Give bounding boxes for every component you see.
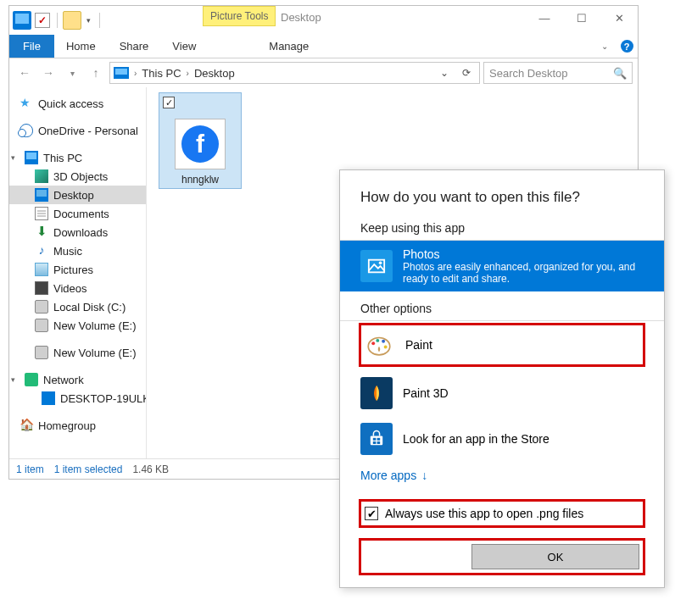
- nav-desktop[interactable]: Desktop: [9, 186, 146, 204]
- svg-point-3: [371, 341, 375, 345]
- paint-icon: [363, 329, 395, 361]
- nav-documents[interactable]: Documents: [9, 204, 146, 223]
- maximize-button[interactable]: ☐: [563, 6, 600, 30]
- search-icon[interactable]: 🔍: [613, 67, 627, 80]
- store-app-name: Look for an app in the Store: [403, 432, 549, 446]
- nav-videos[interactable]: Videos: [9, 279, 146, 297]
- crumb-desktop[interactable]: Desktop: [194, 67, 235, 80]
- chevron-right-icon[interactable]: ›: [132, 69, 138, 78]
- nav-downloads[interactable]: ⬇Downloads: [9, 223, 146, 241]
- file-item-hnngklw[interactable]: ✓ f hnngklw: [159, 92, 242, 189]
- highlight-always-checkbox: ✔ Always use this app to open .png files: [359, 499, 645, 528]
- photos-app-name: Photos: [403, 247, 644, 261]
- photos-app-desc: Photos are easily enhanced, organized fo…: [403, 261, 644, 285]
- ok-button[interactable]: OK: [471, 544, 639, 569]
- app-option-paint[interactable]: Paint: [361, 325, 643, 364]
- status-selection: 1 item selected: [54, 463, 123, 475]
- location-icon: [114, 67, 129, 79]
- address-dropdown-icon[interactable]: ⌄: [435, 67, 454, 79]
- photos-icon: [360, 250, 393, 282]
- facebook-icon: f: [181, 125, 219, 163]
- status-item-count: 1 item: [16, 463, 44, 475]
- recent-locations-button[interactable]: ▾: [62, 63, 82, 83]
- pc-qat-icon[interactable]: [13, 11, 31, 30]
- nav-new-volume-e-1[interactable]: New Volume (E:): [9, 316, 146, 335]
- back-button[interactable]: ←: [14, 63, 35, 83]
- more-apps-link[interactable]: More apps ↓: [340, 462, 664, 494]
- svg-rect-9: [377, 438, 381, 441]
- nav-onedrive[interactable]: OneDrive - Personal: [9, 121, 146, 140]
- store-icon: [360, 423, 393, 455]
- close-button[interactable]: ✕: [600, 6, 638, 30]
- tab-share[interactable]: Share: [108, 35, 161, 58]
- folder-qat-icon[interactable]: [63, 11, 81, 30]
- qat-overflow-icon[interactable]: ▾: [83, 16, 94, 25]
- svg-point-6: [384, 346, 388, 349]
- svg-rect-8: [373, 438, 377, 441]
- ribbon-tabs: File Home Share View Manage ⌄ ?: [9, 35, 638, 58]
- paint-app-name: Paint: [405, 338, 432, 352]
- paint3d-icon: [360, 377, 393, 409]
- refresh-button[interactable]: ⟳: [457, 67, 476, 79]
- file-name-label: hnngklw: [159, 174, 241, 186]
- up-button[interactable]: ↑: [86, 63, 106, 83]
- forward-button[interactable]: →: [38, 63, 59, 83]
- nav-network-pc[interactable]: DESKTOP-19ULK5G: [9, 389, 146, 408]
- open-with-dialog: How do you want to open this file? Keep …: [339, 169, 665, 588]
- navigation-pane: ★Quick access OneDrive - Personal ▾This …: [9, 87, 147, 458]
- file-menu[interactable]: File: [9, 35, 54, 58]
- svg-rect-10: [373, 441, 377, 444]
- svg-rect-11: [377, 441, 381, 444]
- svg-point-1: [379, 262, 382, 265]
- app-option-paint3d[interactable]: Paint 3D: [340, 370, 664, 416]
- contextual-tab-picture-tools[interactable]: Picture Tools: [203, 6, 276, 26]
- nav-3d-objects[interactable]: 3D Objects: [9, 167, 146, 186]
- address-bar[interactable]: › This PC › Desktop ⌄ ⟳: [109, 62, 480, 84]
- app-option-photos[interactable]: Photos Photos are easily enhanced, organ…: [340, 241, 664, 291]
- crumb-this-pc[interactable]: This PC: [142, 67, 181, 80]
- chevron-down-icon: ↓: [421, 469, 427, 482]
- highlight-paint: Paint: [359, 323, 645, 367]
- quick-access-toolbar: ✓ ▾: [9, 11, 103, 30]
- properties-qat-icon[interactable]: ✓: [33, 11, 52, 30]
- nav-quick-access[interactable]: ★Quick access: [9, 94, 146, 113]
- minimize-button[interactable]: —: [526, 6, 563, 30]
- paint3d-app-name: Paint 3D: [403, 386, 449, 400]
- svg-rect-7: [371, 436, 382, 445]
- search-input[interactable]: Search Desktop 🔍: [483, 62, 633, 84]
- nav-new-volume-e-2[interactable]: New Volume (E:): [9, 343, 146, 362]
- nav-network[interactable]: ▾Network: [9, 370, 146, 389]
- always-use-label: Always use this app to open .png files: [385, 507, 583, 520]
- file-thumbnail: f: [175, 119, 226, 169]
- search-placeholder: Search Desktop: [489, 67, 568, 80]
- nav-pictures[interactable]: Pictures: [9, 260, 146, 279]
- nav-this-pc[interactable]: ▾This PC: [9, 148, 146, 167]
- tab-home[interactable]: Home: [54, 35, 108, 58]
- keep-using-label: Keep using this app: [340, 218, 664, 240]
- ribbon-expand-icon[interactable]: ⌄: [594, 35, 616, 58]
- highlight-ok-button: OK: [359, 538, 645, 575]
- tab-view[interactable]: View: [160, 35, 208, 58]
- svg-point-5: [382, 340, 385, 343]
- window-title: Desktop: [281, 11, 321, 24]
- tab-manage[interactable]: Manage: [257, 35, 321, 58]
- dialog-title: How do you want to open this file?: [340, 170, 664, 218]
- help-button[interactable]: ?: [616, 35, 638, 58]
- titlebar: ✓ ▾ Picture Tools Desktop — ☐ ✕: [9, 6, 638, 35]
- navigation-row: ← → ▾ ↑ › This PC › Desktop ⌄ ⟳ Search D…: [9, 58, 638, 87]
- file-item-checkbox[interactable]: ✓: [163, 97, 175, 108]
- nav-homegroup[interactable]: 🏠Homegroup: [9, 416, 146, 435]
- other-options-label: Other options: [340, 291, 664, 320]
- always-use-checkbox[interactable]: ✔: [365, 507, 378, 520]
- app-option-store[interactable]: Look for an app in the Store: [340, 416, 664, 462]
- svg-point-4: [376, 339, 379, 342]
- nav-local-disk-c[interactable]: Local Disk (C:): [9, 297, 146, 316]
- chevron-right-icon[interactable]: ›: [185, 69, 191, 78]
- nav-music[interactable]: ♪Music: [9, 241, 146, 260]
- status-size: 1.46 KB: [132, 463, 169, 475]
